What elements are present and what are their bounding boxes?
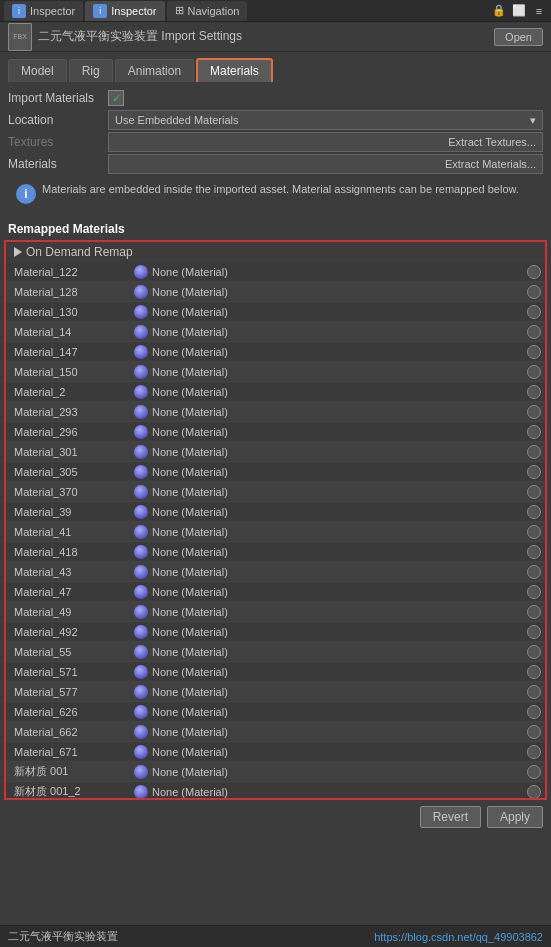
- material-pick-button[interactable]: [527, 285, 541, 299]
- material-value: None (Material): [134, 705, 541, 719]
- material-pick-button[interactable]: [527, 745, 541, 759]
- material-sphere-icon: [134, 565, 148, 579]
- material-none-label: None (Material): [152, 426, 523, 438]
- material-none-label: None (Material): [152, 766, 523, 778]
- material-pick-button[interactable]: [527, 785, 541, 799]
- material-none-label: None (Material): [152, 646, 523, 658]
- material-sphere-icon: [134, 625, 148, 639]
- tab-model[interactable]: Model: [8, 59, 67, 82]
- material-pick-button[interactable]: [527, 405, 541, 419]
- material-pick-button[interactable]: [527, 505, 541, 519]
- material-pick-button[interactable]: [527, 345, 541, 359]
- material-row: Material_370 None (Material): [6, 482, 545, 502]
- material-row: Material_293 None (Material): [6, 402, 545, 422]
- material-row: Material_2 None (Material): [6, 382, 545, 402]
- material-pick-button[interactable]: [527, 685, 541, 699]
- material-pick-button[interactable]: [527, 365, 541, 379]
- material-list: Material_122 None (Material) Material_12…: [6, 262, 545, 800]
- material-pick-button[interactable]: [527, 325, 541, 339]
- material-row: Material_49 None (Material): [6, 602, 545, 622]
- material-pick-button[interactable]: [527, 445, 541, 459]
- material-pick-button[interactable]: [527, 585, 541, 599]
- material-pick-button[interactable]: [527, 305, 541, 319]
- extract-materials-button[interactable]: Extract Materials...: [108, 154, 543, 174]
- material-sphere-icon: [134, 705, 148, 719]
- material-none-label: None (Material): [152, 606, 523, 618]
- extract-textures-button[interactable]: Extract Textures...: [108, 132, 543, 152]
- material-pick-button[interactable]: [527, 425, 541, 439]
- material-pick-button[interactable]: [527, 385, 541, 399]
- sub-tab-bar: Model Rig Animation Materials: [0, 52, 551, 82]
- tab-inspector-2-label: Inspector: [111, 5, 156, 17]
- material-sphere-icon: [134, 405, 148, 419]
- material-sphere-icon: [134, 425, 148, 439]
- material-sphere-icon: [134, 505, 148, 519]
- material-value: None (Material): [134, 405, 541, 419]
- material-pick-button[interactable]: [527, 725, 541, 739]
- material-pick-button[interactable]: [527, 645, 541, 659]
- material-none-label: None (Material): [152, 746, 523, 758]
- material-pick-button[interactable]: [527, 605, 541, 619]
- tab-animation[interactable]: Animation: [115, 59, 194, 82]
- import-materials-checkbox[interactable]: ✓: [108, 90, 124, 106]
- materials-label: Materials: [8, 157, 108, 171]
- extract-textures-label: Extract Textures...: [448, 136, 536, 148]
- tab-inspector-2[interactable]: i Inspector: [85, 1, 164, 21]
- material-none-label: None (Material): [152, 526, 523, 538]
- material-name: Material_14: [14, 326, 134, 338]
- tab-materials[interactable]: Materials: [196, 58, 273, 82]
- material-pick-button[interactable]: [527, 465, 541, 479]
- material-name: Material_122: [14, 266, 134, 278]
- material-value: None (Material): [134, 325, 541, 339]
- options-icon[interactable]: ≡: [531, 3, 547, 19]
- material-name: Material_43: [14, 566, 134, 578]
- material-pick-button[interactable]: [527, 705, 541, 719]
- material-row: 新材质 001_2 None (Material): [6, 782, 545, 800]
- header-title: 二元气液平衡实验装置 Import Settings: [38, 28, 488, 45]
- open-button[interactable]: Open: [494, 28, 543, 46]
- tab-inspector-1-label: Inspector: [30, 5, 75, 17]
- footer-link[interactable]: https://blog.csdn.net/qq_49903862: [374, 931, 543, 943]
- apply-button[interactable]: Apply: [487, 806, 543, 828]
- tab-navigation[interactable]: ⊞ Navigation: [167, 1, 248, 21]
- content-area: Import Materials ✓ Location Use Embedded…: [0, 82, 551, 218]
- material-pick-button[interactable]: [527, 625, 541, 639]
- material-value: None (Material): [134, 285, 541, 299]
- material-name: Material_39: [14, 506, 134, 518]
- material-name: Material_577: [14, 686, 134, 698]
- on-demand-remap-row[interactable]: On Demand Remap: [6, 242, 545, 262]
- revert-button[interactable]: Revert: [420, 806, 481, 828]
- material-pick-button[interactable]: [527, 545, 541, 559]
- material-sphere-icon: [134, 345, 148, 359]
- navigation-icon: ⊞: [175, 4, 184, 17]
- lock-icon[interactable]: 🔒: [491, 3, 507, 19]
- material-row: Material_130 None (Material): [6, 302, 545, 322]
- material-sphere-icon: [134, 365, 148, 379]
- material-value: None (Material): [134, 565, 541, 579]
- material-sphere-icon: [134, 545, 148, 559]
- material-value: None (Material): [134, 545, 541, 559]
- material-pick-button[interactable]: [527, 565, 541, 579]
- material-pick-button[interactable]: [527, 665, 541, 679]
- material-row: Material_296 None (Material): [6, 422, 545, 442]
- material-value: None (Material): [134, 605, 541, 619]
- material-none-label: None (Material): [152, 786, 523, 798]
- material-none-label: None (Material): [152, 306, 523, 318]
- material-row: Material_43 None (Material): [6, 562, 545, 582]
- tab-inspector-1[interactable]: i Inspector: [4, 1, 83, 21]
- material-row: Material_305 None (Material): [6, 462, 545, 482]
- material-sphere-icon: [134, 285, 148, 299]
- material-name: Material_370: [14, 486, 134, 498]
- material-pick-button[interactable]: [527, 485, 541, 499]
- tab-rig[interactable]: Rig: [69, 59, 113, 82]
- maximize-icon[interactable]: ⬜: [511, 3, 527, 19]
- material-pick-button[interactable]: [527, 765, 541, 779]
- material-pick-button[interactable]: [527, 265, 541, 279]
- material-pick-button[interactable]: [527, 525, 541, 539]
- material-sphere-icon: [134, 445, 148, 459]
- location-dropdown[interactable]: Use Embedded Materials ▾: [108, 110, 543, 130]
- material-row: Material_55 None (Material): [6, 642, 545, 662]
- material-value: None (Material): [134, 385, 541, 399]
- material-name: Material_49: [14, 606, 134, 618]
- material-none-label: None (Material): [152, 326, 523, 338]
